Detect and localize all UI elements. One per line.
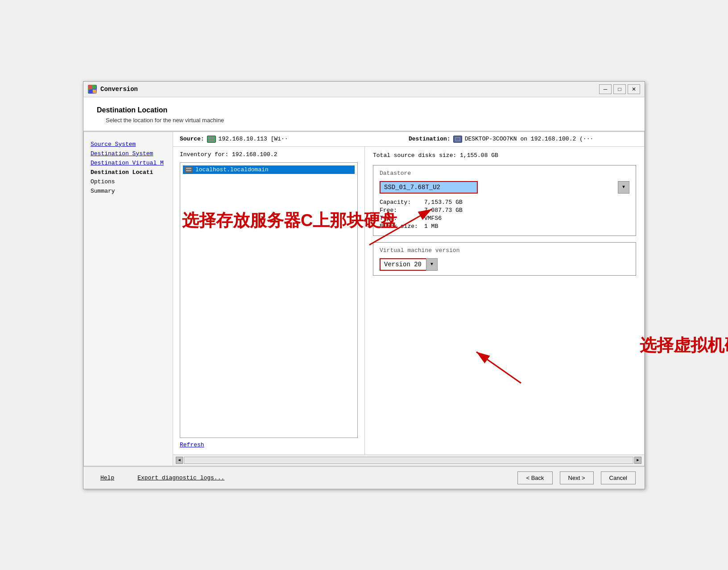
datastore-info: Capacity: 7,153.75 GB Free: 7,087.73 GB …: [380, 199, 629, 230]
source-label: Source:: [180, 136, 204, 142]
conversion-window: Conversion ─ □ ✕ Destination Location Se…: [83, 81, 645, 489]
title-bar-left: Conversion: [88, 85, 138, 94]
svg-rect-5: [209, 140, 214, 141]
type-row: Type: VMFS6: [380, 215, 629, 222]
svg-rect-0: [89, 86, 92, 89]
datastore-section: Datastore SSD_01_7.68T_U2 ▼ Capacity: 7,…: [373, 165, 636, 236]
dest-info: Destination: DESKTOP-3COO7KN on 192.168.…: [409, 136, 637, 143]
split-panels: Inventory for: 192.168.100.2 localhost.l…: [173, 147, 644, 454]
annotation-text-2: 选择虚拟机硬件兼容版本: [640, 334, 728, 357]
sidebar-item-summary[interactable]: Summary: [91, 188, 166, 194]
capacity-row: Capacity: 7,153.75 GB: [380, 199, 629, 206]
block-size-label: Block size:: [380, 223, 424, 230]
content-area: Source: 192.168.10.113 [Wi·· Destination…: [173, 132, 644, 466]
sidebar-item-destination-virtual[interactable]: Destination Virtual M: [91, 160, 166, 166]
page-title: Destination Location: [97, 106, 631, 114]
free-row: Free: 7,087.73 GB: [380, 207, 629, 214]
export-logs-button[interactable]: Export diagnostic logs...: [129, 472, 232, 484]
scrollbar: ◀ ▶: [173, 454, 644, 466]
inventory-label: Inventory for: 192.168.100.2: [180, 151, 358, 158]
datastore-dropdown[interactable]: SSD_01_7.68T_U2: [380, 181, 478, 194]
svg-rect-8: [186, 168, 191, 169]
total-size-value: 1,155.08 GB: [460, 152, 498, 159]
sidebar-item-destination-location: Destination Locati: [91, 169, 166, 176]
title-bar: Conversion ─ □ ✕: [83, 82, 645, 97]
svg-rect-2: [89, 90, 92, 93]
refresh-link[interactable]: Refresh: [180, 438, 358, 450]
block-size-value: 1 MB: [424, 223, 438, 230]
version-dropdown-wrapper: Version 20 ▼: [380, 258, 438, 271]
scroll-track[interactable]: [184, 457, 633, 464]
right-panel: Total source disks size: 1,155.08 GB Dat…: [365, 147, 644, 454]
svg-rect-9: [186, 170, 191, 171]
maximize-button[interactable]: □: [613, 84, 626, 94]
header-section: Destination Location Select the location…: [83, 97, 645, 132]
tree-item-label: localhost.localdomain: [195, 166, 269, 173]
inventory-tree[interactable]: localhost.localdomain: [180, 162, 358, 438]
capacity-value: 7,153.75 GB: [424, 199, 463, 206]
cancel-button[interactable]: Cancel: [601, 471, 636, 484]
source-server-icon: [207, 136, 216, 143]
total-size: Total source disks size: 1,155.08 GB: [373, 152, 636, 159]
next-button[interactable]: Next >: [560, 471, 594, 484]
page-subtitle: Select the location for the new virtual …: [97, 117, 631, 124]
sidebar-item-destination-system[interactable]: Destination System: [91, 150, 166, 157]
server-tree-icon: [185, 166, 193, 173]
block-size-row: Block size: 1 MB: [380, 223, 629, 230]
back-button[interactable]: < Back: [517, 471, 552, 484]
svg-rect-1: [93, 86, 96, 89]
scroll-right-button[interactable]: ▶: [634, 457, 641, 464]
minimize-button[interactable]: ─: [599, 84, 612, 94]
dest-label: Destination:: [409, 136, 451, 142]
tree-item-localhost[interactable]: localhost.localdomain: [183, 165, 355, 174]
app-icon: [88, 85, 97, 94]
left-panel: Inventory for: 192.168.100.2 localhost.l…: [173, 147, 365, 454]
sidebar-item-options[interactable]: Options: [91, 178, 166, 185]
dest-value: DESKTOP-3COO7KN on 192.168.100.2 (···: [465, 136, 594, 142]
svg-rect-7: [456, 138, 459, 140]
bottom-bar: Help Export diagnostic logs... < Back Ne…: [83, 466, 645, 489]
source-info: Source: 192.168.10.113 [Wi··: [180, 136, 409, 143]
sidebar-item-source-system[interactable]: Source System: [91, 141, 166, 148]
vm-version-section: Virtual machine version Version 20 ▼: [373, 242, 636, 276]
top-bar: Source: 192.168.10.113 [Wi·· Destination…: [173, 132, 644, 147]
window-title: Conversion: [100, 86, 138, 93]
datastore-title: Datastore: [380, 170, 629, 177]
help-button[interactable]: Help: [92, 472, 122, 484]
capacity-label: Capacity:: [380, 199, 424, 206]
type-label: Type:: [380, 215, 424, 222]
dropdown-arrow-icon: ▼: [618, 181, 629, 194]
version-dropdown[interactable]: Version 20: [380, 258, 438, 271]
free-label: Free:: [380, 207, 424, 214]
total-size-label: Total source disks size:: [373, 152, 456, 159]
close-button[interactable]: ✕: [628, 84, 640, 94]
main-content: Source System Destination System Destina…: [83, 132, 645, 466]
datastore-dropdown-wrapper: SSD_01_7.68T_U2 ▼: [380, 181, 629, 194]
vm-version-title: Virtual machine version: [380, 247, 629, 254]
svg-rect-4: [209, 137, 214, 139]
svg-rect-3: [93, 90, 96, 93]
type-value: VMFS6: [424, 215, 442, 222]
dest-server-icon: [453, 136, 462, 143]
sidebar: Source System Destination System Destina…: [84, 132, 173, 466]
free-value: 7,087.73 GB: [424, 207, 463, 214]
source-value: 192.168.10.113 [Wi··: [219, 136, 288, 142]
scroll-left-button[interactable]: ◀: [176, 457, 183, 464]
title-bar-controls: ─ □ ✕: [599, 84, 640, 94]
